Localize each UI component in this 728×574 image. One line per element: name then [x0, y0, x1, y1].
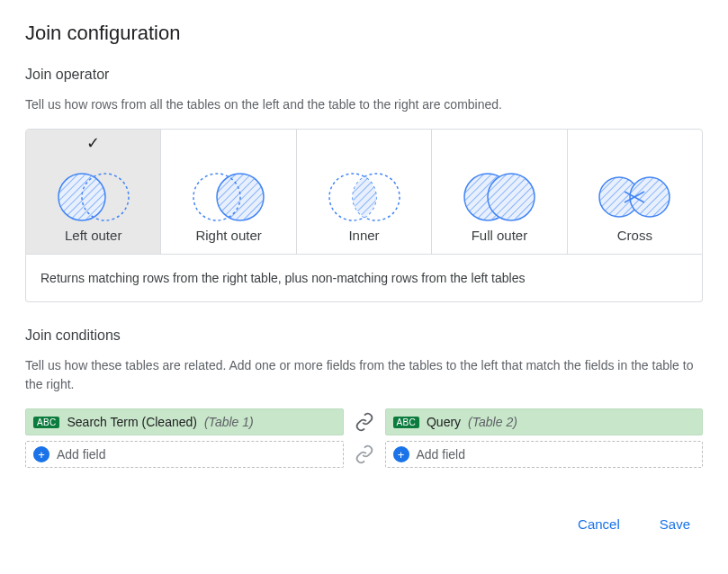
operator-options: ✓ Left outer Right outer	[25, 129, 703, 255]
operator-option-right-outer[interactable]: Right outer	[161, 130, 296, 254]
operator-option-label: Inner	[348, 228, 379, 243]
dialog-title: Join configuration	[25, 22, 703, 45]
operator-option-label: Left outer	[65, 228, 121, 243]
type-badge: ABC	[33, 417, 59, 428]
operator-option-left-outer[interactable]: ✓ Left outer	[26, 130, 161, 254]
left-outer-venn-icon	[57, 172, 130, 222]
link-icon	[344, 412, 385, 432]
cross-venn-icon	[598, 172, 671, 222]
operator-description: Returns matching rows from the right tab…	[25, 255, 703, 302]
operator-option-label: Full outer	[472, 228, 528, 243]
add-right-field-button[interactable]: + Add field	[385, 441, 704, 468]
condition-add-row: + Add field + Add field	[25, 441, 703, 468]
condition-left-field[interactable]: ABC Search Term (Cleaned) (Table 1)	[25, 408, 344, 435]
table-ref: (Table 2)	[468, 415, 517, 429]
operator-option-label: Cross	[617, 228, 652, 243]
operator-option-inner[interactable]: Inner	[297, 130, 432, 254]
cancel-button[interactable]: Cancel	[571, 511, 627, 537]
check-icon: ✓	[86, 135, 100, 151]
dialog-actions: Cancel Save	[25, 511, 703, 537]
inner-venn-icon	[328, 172, 401, 222]
field-name: Query	[427, 415, 461, 429]
type-badge: ABC	[393, 417, 419, 428]
operator-option-label: Right outer	[195, 228, 261, 243]
svg-point-14	[630, 177, 670, 217]
operator-option-cross[interactable]: Cross	[568, 130, 702, 254]
conditions-help: Tell us how these tables are related. Ad…	[25, 356, 703, 394]
add-field-label: Add field	[417, 447, 465, 462]
join-configuration-dialog: Join configuration Join operator Tell us…	[0, 0, 728, 555]
save-button[interactable]: Save	[652, 511, 697, 537]
svg-point-12	[488, 174, 535, 220]
operator-help: Tell us how rows from all the tables on …	[25, 95, 703, 114]
field-name: Search Term (Cleaned)	[67, 415, 196, 429]
operator-heading: Join operator	[25, 67, 703, 83]
operator-option-full-outer[interactable]: Full outer	[432, 130, 567, 254]
plus-icon: +	[33, 446, 49, 462]
link-icon	[344, 444, 385, 464]
right-outer-venn-icon	[192, 172, 265, 222]
svg-point-4	[58, 174, 105, 220]
full-outer-venn-icon	[463, 172, 536, 222]
add-left-field-button[interactable]: + Add field	[25, 441, 344, 468]
plus-icon: +	[393, 446, 409, 462]
add-field-label: Add field	[57, 447, 105, 462]
condition-right-field[interactable]: ABC Query (Table 2)	[385, 408, 704, 435]
condition-row: ABC Search Term (Cleaned) (Table 1) ABC …	[25, 408, 703, 435]
table-ref: (Table 1)	[204, 415, 254, 429]
conditions-heading: Join conditions	[25, 327, 703, 344]
